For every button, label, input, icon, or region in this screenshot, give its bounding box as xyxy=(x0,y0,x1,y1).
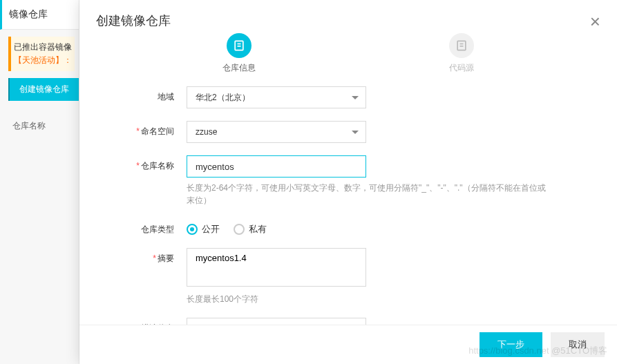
step-1-icon xyxy=(227,33,251,58)
radio-icon xyxy=(187,224,198,235)
step-1: 仓库信息 xyxy=(222,33,256,74)
modal-title: 创建镜像仓库 xyxy=(96,12,171,29)
repo-type-label: 仓库类型 xyxy=(107,219,187,236)
sidebar-create-button[interactable]: 创建镜像仓库 xyxy=(8,78,79,101)
step-2-icon xyxy=(449,33,474,58)
repo-name-input[interactable] xyxy=(187,155,366,178)
radio-public-label: 公开 xyxy=(202,223,220,236)
close-icon[interactable]: × xyxy=(590,12,600,30)
step-2: 代码源 xyxy=(449,33,474,74)
region-label: 地域 xyxy=(107,86,187,103)
radio-private-label: 私有 xyxy=(249,223,267,236)
step-2-label: 代码源 xyxy=(449,62,474,74)
next-button[interactable]: 下一步 xyxy=(480,332,542,357)
alert-line-1: 已推出容器镜像 xyxy=(14,41,72,54)
summary-label: 摘要 xyxy=(158,253,174,263)
region-select[interactable]: 华北2（北京） xyxy=(187,86,366,108)
namespace-label: 命名空间 xyxy=(141,126,174,136)
repo-type-private[interactable]: 私有 xyxy=(234,223,267,236)
create-repo-modal: 创建镜像仓库 × 仓库信息 代码源 地域 华北2（北京） *命名空间 zzus xyxy=(79,0,617,364)
step-1-label: 仓库信息 xyxy=(222,62,256,74)
radio-icon xyxy=(234,224,245,235)
column-header-name: 仓库名称 xyxy=(12,120,79,132)
summary-input[interactable]: mycentos1.4 xyxy=(187,248,366,287)
repo-name-label: 仓库名称 xyxy=(141,161,174,171)
summary-helper: 长度最长100个字符 xyxy=(187,293,546,305)
alert-link[interactable]: 【天池活动】： xyxy=(14,55,72,65)
cancel-button[interactable]: 取消 xyxy=(551,332,605,357)
page-title: 镜像仓库 xyxy=(0,0,79,30)
repo-name-helper: 长度为2-64个字符，可使用小写英文字母、数字，可使用分隔符"_"、"-"、".… xyxy=(187,182,546,207)
namespace-select[interactable]: zzuse xyxy=(187,121,366,143)
repo-type-public[interactable]: 公开 xyxy=(187,223,220,236)
alert-box: 已推出容器镜像 【天池活动】： xyxy=(8,37,75,71)
